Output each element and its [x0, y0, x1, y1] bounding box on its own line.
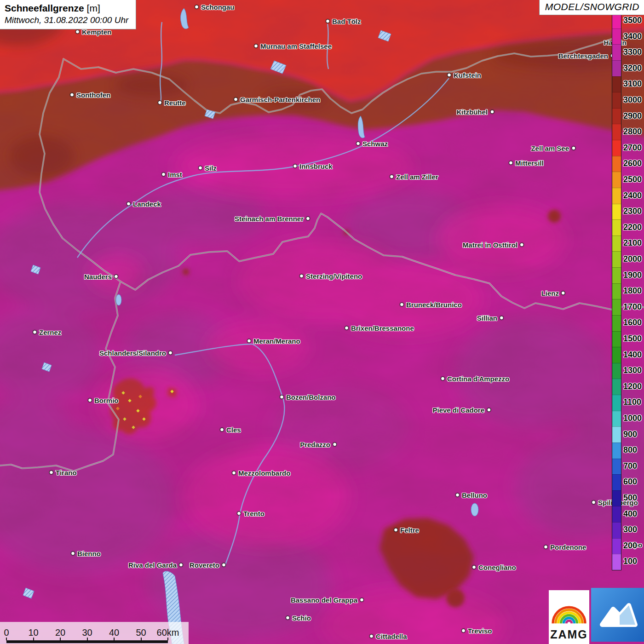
legend-color-bar: [612, 12, 621, 570]
legend-value-200: 200: [623, 538, 637, 554]
legend-value-900: 900: [623, 426, 637, 443]
map-canvas: [0, 0, 644, 644]
legend-value-3100: 3100: [623, 76, 642, 92]
legend-value-1900: 1900: [623, 267, 642, 283]
legend-value-1700: 1700: [623, 299, 642, 315]
legend-segment-1200: [612, 379, 621, 395]
title-line: Schneefallgrenze [m]: [5, 3, 128, 14]
legend-segment-1800: [612, 283, 621, 299]
legend-segment-2100: [612, 236, 621, 252]
legend-value-2300: 2300: [623, 203, 642, 219]
legend-segment-900: [612, 426, 621, 443]
legend-value-800: 800: [623, 442, 637, 458]
legend-value-2000: 2000: [623, 251, 642, 267]
legend-segment-2600: [612, 156, 621, 172]
legend-segment-1000: [612, 411, 621, 427]
legend-segment-1300: [612, 363, 621, 379]
legend-segment-600: [612, 474, 621, 490]
legend-segment-2000: [612, 251, 621, 267]
mountain-icon: [591, 588, 644, 642]
model-label: MODEL/SNOWGRID: [539, 0, 644, 15]
map-title: Schneefallgrenze: [5, 3, 84, 13]
snowgrid-logo: [591, 588, 644, 642]
scale-tick-label-40: 40: [109, 627, 119, 638]
legend-value-700: 700: [623, 458, 637, 474]
legend-segment-3100: [612, 76, 621, 92]
legend-value-1600: 1600: [623, 315, 642, 331]
legend-segment-2400: [612, 188, 621, 204]
legend-value-1300: 1300: [623, 362, 642, 379]
legend-value-500: 500: [623, 490, 637, 506]
legend-segment-700: [612, 459, 621, 475]
zamg-logo-text: ZAMG: [550, 628, 588, 641]
title-box: Schneefallgrenze [m] Mittwoch, 31.08.202…: [0, 0, 136, 29]
legend-value-2700: 2700: [623, 140, 642, 156]
legend-value-3200: 3200: [623, 60, 642, 76]
legend-segment-2300: [612, 204, 621, 220]
legend-value-2600: 2600: [623, 155, 642, 172]
legend-segment-3300: [612, 44, 621, 60]
legend-value-2200: 2200: [623, 219, 642, 236]
legend-value-300: 300: [623, 522, 637, 538]
scale-tick-label-30: 30: [82, 627, 92, 638]
legend-segment-100: [612, 554, 621, 570]
legend-segment-1100: [612, 395, 621, 411]
legend-value-2400: 2400: [623, 188, 642, 204]
legend-segment-3400: [612, 29, 621, 45]
legend-segment-400: [612, 506, 621, 522]
legend-segment-2500: [612, 172, 621, 188]
legend-value-2100: 2100: [623, 235, 642, 251]
legend-segment-2900: [612, 108, 621, 124]
legend-segment-500: [612, 490, 621, 506]
scale-tick-label-20: 20: [55, 627, 65, 638]
legend-segment-1400: [612, 347, 621, 363]
scale-line: [6, 640, 168, 643]
scale-tick-label-0: 0: [4, 627, 9, 638]
scale-bar: 0102030405060km: [0, 622, 189, 644]
map-unit: [m]: [87, 3, 100, 13]
legend-segment-3000: [612, 92, 621, 108]
terrain-shading: [0, 0, 644, 644]
legend-value-1800: 1800: [623, 283, 642, 299]
legend-value-100: 100: [623, 553, 637, 569]
legend-value-400: 400: [623, 506, 637, 522]
legend-segment-200: [612, 538, 621, 554]
legend-segment-3200: [612, 60, 621, 76]
legend-value-2500: 2500: [623, 172, 642, 188]
legend-segment-3500: [612, 13, 621, 29]
legend-segment-1600: [612, 315, 621, 331]
legend-segment-2200: [612, 219, 621, 236]
legend-value-2900: 2900: [623, 108, 642, 124]
legend-value-1100: 1100: [623, 394, 641, 410]
legend-value-1500: 1500: [623, 331, 642, 347]
legend-segment-1900: [612, 267, 621, 283]
zamg-rainbow-icon: [551, 593, 587, 626]
legend-segment-1700: [612, 299, 621, 315]
legend-value-1000: 1000: [623, 410, 642, 426]
legend-value-600: 600: [623, 474, 637, 490]
elevation-legend: 3500340033003200310030002900280027002600…: [612, 12, 621, 570]
scale-tick-label-50: 50: [136, 627, 146, 638]
legend-value-3400: 3400: [623, 29, 642, 45]
snowfall-limit-map: SchongauBad TölzKemptenMurnau am Staffel…: [0, 0, 644, 644]
legend-segment-2800: [612, 124, 621, 140]
legend-value-3300: 3300: [623, 44, 642, 60]
legend-value-2800: 2800: [623, 124, 642, 140]
map-datetime: Mittwoch, 31.08.2022 00:00 Uhr: [5, 15, 128, 25]
legend-segment-800: [612, 443, 621, 459]
legend-value-1400: 1400: [623, 347, 642, 363]
legend-segment-1500: [612, 331, 621, 347]
legend-segment-300: [612, 522, 621, 538]
zamg-logo: ZAMG: [549, 590, 589, 644]
scale-tick-label-10: 10: [28, 627, 38, 638]
scale-tick-label-60km: 60km: [157, 627, 179, 638]
legend-value-1200: 1200: [623, 379, 642, 395]
legend-segment-2700: [612, 140, 621, 156]
legend-value-3000: 3000: [623, 92, 642, 108]
